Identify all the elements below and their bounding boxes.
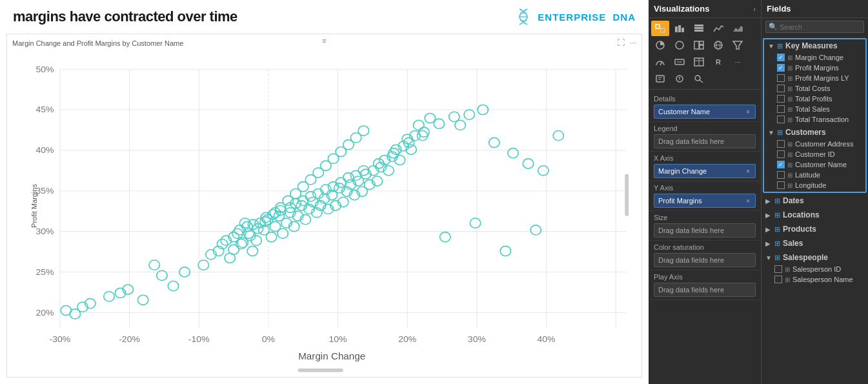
size-section: Size Drag data fields here (649, 211, 761, 241)
svg-point-105 (374, 159, 384, 168)
fields-search-box[interactable]: 🔍 (765, 21, 864, 33)
customer-address-checkbox[interactable] (777, 140, 785, 148)
legend-drop[interactable]: Drag data fields here (654, 134, 756, 148)
key-measures-name: Key Measures (785, 41, 838, 50)
total-transaction-type-icon: ⊞ (787, 116, 792, 123)
field-item-total-profits[interactable]: ⊞ Total Profits (764, 94, 865, 104)
customer-id-checkbox[interactable] (777, 150, 785, 158)
salespeople-table-icon: ⊞ (774, 254, 780, 262)
viz-icon-treemap[interactable] (690, 37, 708, 53)
field-group-key-measures-header[interactable]: ▼ ⊞ Key Measures (764, 39, 865, 52)
svg-point-108 (419, 127, 429, 137)
profit-margins-ly-checkbox[interactable] (777, 74, 785, 82)
field-group-sales-header[interactable]: ▶ ⊞ Sales (762, 237, 868, 250)
viz-icon-bar2[interactable] (690, 21, 708, 36)
svg-point-138 (538, 166, 549, 176)
viz-icon-r[interactable]: R (709, 54, 727, 70)
viz-icon-gauge[interactable] (651, 54, 669, 70)
svg-point-111 (464, 110, 474, 119)
salesperson-name-checkbox[interactable] (774, 276, 782, 283)
viz-icon-card[interactable] (671, 54, 689, 70)
field-group-salespeople-header[interactable]: ▼ ⊞ Salespeople (762, 251, 868, 264)
svg-point-191 (695, 76, 700, 81)
play-axis-drop[interactable]: Drag data fields here (654, 283, 756, 297)
fields-search-input[interactable] (780, 23, 861, 31)
field-item-customer-name[interactable]: ✓ ⊞ Customer Name (764, 159, 865, 170)
viz-icon-analytics[interactable] (671, 71, 689, 86)
key-measures-expand-icon: ▼ (768, 43, 774, 50)
svg-point-129 (440, 232, 450, 242)
field-group-products-header[interactable]: ▶ ⊞ Products (762, 223, 868, 236)
svg-text:40%: 40% (538, 334, 556, 343)
total-profits-checkbox[interactable] (777, 95, 785, 103)
logo-text: ENTERPRISE DNA (538, 12, 636, 23)
field-item-customer-address[interactable]: ⊞ Customer Address (764, 139, 865, 149)
x-axis-field-text: Margin Change (658, 167, 707, 175)
field-group-customers-header[interactable]: ▼ ⊞ Customers (764, 126, 865, 139)
field-item-salesperson-id[interactable]: ⊞ Salesperson ID (762, 264, 868, 274)
details-value[interactable]: Customer Name × (654, 105, 756, 119)
viz-icon-stacked-bar[interactable] (671, 21, 689, 36)
svg-point-104 (358, 166, 368, 176)
viz-icon-line[interactable] (709, 21, 727, 36)
field-item-customer-id[interactable]: ⊞ Customer ID (764, 149, 865, 159)
latitude-label: Latitude (795, 171, 820, 179)
y-axis-value[interactable]: Profit Margins × (654, 194, 756, 208)
salesperson-id-label: Salesperson ID (792, 265, 841, 273)
details-remove-button[interactable]: × (745, 108, 751, 116)
chart-area: ⛶ ··· ≡ Margin Change and Profit Margins… (0, 30, 649, 384)
customer-name-checkbox[interactable]: ✓ (777, 161, 785, 168)
products-expand-icon: ▶ (765, 226, 772, 233)
svg-rect-165 (694, 27, 703, 29)
svg-point-47 (247, 246, 257, 256)
color-drop[interactable]: Drag data fields here (654, 253, 756, 267)
viz-icon-scatter[interactable] (651, 21, 669, 36)
viz-icon-area[interactable] (729, 21, 747, 36)
longitude-checkbox[interactable] (777, 181, 785, 189)
svg-text:30%: 30% (468, 334, 486, 343)
viz-panel: Visualizations › (649, 0, 762, 384)
details-section: Details Customer Name × (649, 92, 761, 122)
viz-icon-more[interactable]: ··· (729, 54, 747, 70)
field-item-margin-change[interactable]: ✓ ⊞ Margin Change (764, 52, 865, 63)
x-axis-value[interactable]: Margin Change × (654, 164, 756, 178)
field-item-latitude[interactable]: ⊞ Latitude (764, 170, 865, 180)
total-costs-checkbox[interactable] (777, 85, 785, 92)
total-sales-checkbox[interactable] (777, 105, 785, 113)
viz-icon-donut[interactable] (671, 37, 689, 53)
total-costs-type-icon: ⊞ (787, 85, 792, 92)
salesperson-id-checkbox[interactable] (774, 265, 782, 273)
viz-icon-search[interactable] (690, 71, 708, 86)
scatter-plot: 50% 45% 40% 35% 30% 25% 20% -30% -20% -1… (7, 34, 641, 377)
svg-marker-168 (733, 26, 743, 32)
svg-point-139 (553, 131, 563, 141)
field-group-dates-header[interactable]: ▶ ⊞ Dates (762, 194, 868, 207)
latitude-checkbox[interactable] (777, 171, 785, 179)
fields-panel: Fields 🔍 ▼ ⊞ Key Measures ✓ (762, 0, 868, 384)
viz-icon-pie[interactable] (651, 37, 669, 53)
more-options-button[interactable]: ··· (629, 37, 638, 48)
svg-point-134 (455, 120, 465, 130)
field-item-salesperson-name[interactable]: ⊞ Salesperson Name (762, 274, 868, 285)
svg-point-90 (414, 120, 424, 130)
field-item-total-costs[interactable]: ⊞ Total Costs (764, 83, 865, 94)
viz-icon-format[interactable] (651, 71, 669, 86)
margin-change-checkbox[interactable]: ✓ (777, 54, 785, 61)
field-item-longitude[interactable]: ⊞ Longitude (764, 180, 865, 190)
size-drop[interactable]: Drag data fields here (654, 223, 756, 237)
field-item-profit-margins-ly[interactable]: ⊞ Profit Margins LY (764, 73, 865, 83)
profit-margins-checkbox[interactable]: ✓ (777, 64, 785, 72)
svg-text:-10%: -10% (188, 334, 210, 343)
field-group-locations-header[interactable]: ▶ ⊞ Locations (762, 208, 868, 221)
y-axis-remove-button[interactable]: × (745, 197, 751, 205)
viz-icon-table[interactable] (690, 54, 708, 70)
field-item-total-sales[interactable]: ⊞ Total Sales (764, 104, 865, 114)
expand-chart-button[interactable]: ⛶ (616, 37, 626, 48)
x-axis-remove-button[interactable]: × (745, 168, 751, 175)
field-item-profit-margins[interactable]: ✓ ⊞ Profit Margins (764, 63, 865, 73)
viz-icon-map[interactable] (709, 37, 727, 53)
salesperson-name-label: Salesperson Name (792, 276, 853, 283)
total-transaction-checkbox[interactable] (777, 116, 785, 123)
field-item-total-transaction[interactable]: ⊞ Total Transaction (764, 114, 865, 125)
viz-icon-funnel[interactable] (729, 37, 747, 53)
